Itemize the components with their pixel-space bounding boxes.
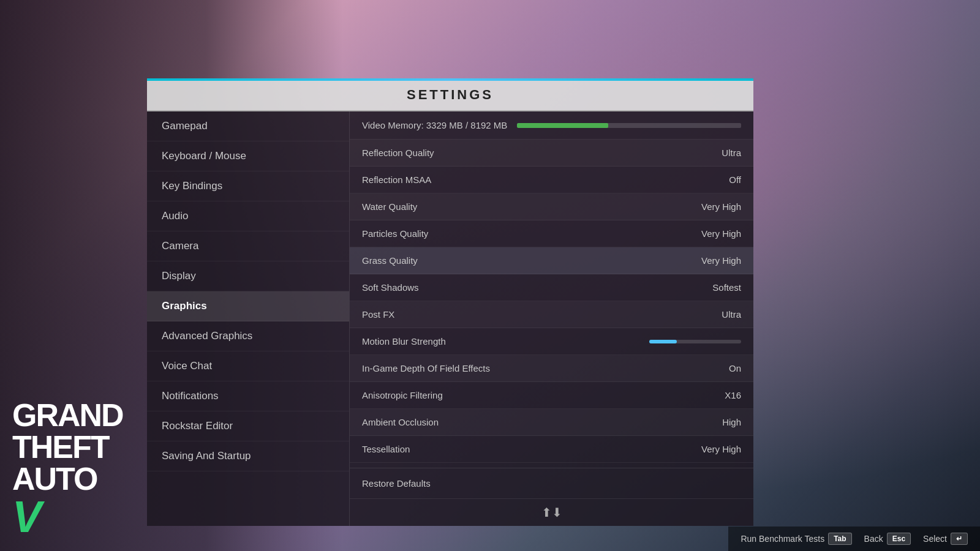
settings-panel: SETTINGS GamepadKeyboard / MouseKey Bind… bbox=[147, 80, 753, 526]
nav-item-key-bindings[interactable]: Key Bindings bbox=[147, 171, 349, 201]
nav-item-saving-and-startup[interactable]: Saving And Startup bbox=[147, 441, 349, 471]
select-key: ↵ bbox=[951, 533, 968, 545]
nav-item-gamepad[interactable]: Gamepad bbox=[147, 111, 349, 141]
setting-name-2: Water Quality bbox=[362, 201, 417, 212]
back-action[interactable]: Back Esc bbox=[864, 533, 911, 545]
nav-item-display[interactable]: Display bbox=[147, 261, 349, 291]
setting-value-6: Ultra bbox=[680, 309, 741, 320]
memory-bar-container bbox=[517, 123, 741, 128]
slider-fill-7 bbox=[649, 340, 677, 343]
setting-value-0: Ultra bbox=[680, 148, 741, 158]
memory-bar-fill bbox=[517, 123, 608, 128]
top-accent-line bbox=[147, 78, 753, 81]
setting-value-10: High bbox=[680, 417, 741, 427]
nav-item-notifications[interactable]: Notifications bbox=[147, 381, 349, 411]
video-memory-row: Video Memory: 3329 MB / 8192 MB bbox=[350, 111, 753, 140]
back-label: Back bbox=[864, 534, 883, 544]
scroll-down-icon[interactable]: ⬇ bbox=[552, 505, 562, 520]
logo-theft: theft bbox=[12, 431, 123, 463]
setting-row-7[interactable]: Motion Blur Strength bbox=[350, 328, 753, 355]
settings-nav: GamepadKeyboard / MouseKey BindingsAudio… bbox=[147, 111, 349, 526]
setting-value-2: Very High bbox=[680, 201, 741, 212]
setting-name-5: Soft Shadows bbox=[362, 282, 419, 293]
nav-item-graphics[interactable]: Graphics bbox=[147, 291, 349, 321]
setting-row-6[interactable]: Post FXUltra bbox=[350, 301, 753, 328]
setting-value-9: X16 bbox=[680, 390, 741, 400]
nav-item-advanced-graphics[interactable]: Advanced Graphics bbox=[147, 321, 349, 351]
logo-grand: grand bbox=[12, 399, 123, 431]
settings-content: Video Memory: 3329 MB / 8192 MB Reflecti… bbox=[349, 111, 753, 526]
setting-value-5: Softest bbox=[680, 282, 741, 293]
setting-name-3: Particles Quality bbox=[362, 228, 428, 239]
setting-name-10: Ambient Occlusion bbox=[362, 417, 439, 427]
setting-name-0: Reflection Quality bbox=[362, 148, 434, 158]
settings-body: GamepadKeyboard / MouseKey BindingsAudio… bbox=[147, 111, 753, 526]
select-label: Select bbox=[923, 534, 947, 544]
setting-row-5[interactable]: Soft ShadowsSoftest bbox=[350, 274, 753, 301]
run-benchmark-action[interactable]: Run Benchmark Tests Tab bbox=[741, 533, 851, 545]
setting-row-10[interactable]: Ambient OcclusionHigh bbox=[350, 409, 753, 436]
setting-row-9[interactable]: Anisotropic FilteringX16 bbox=[350, 382, 753, 409]
setting-value-3: Very High bbox=[680, 228, 741, 239]
slider-track-7 bbox=[649, 340, 741, 343]
setting-row-2[interactable]: Water QualityVery High bbox=[350, 193, 753, 220]
scroll-indicator: ⬆ ⬇ bbox=[350, 498, 753, 526]
settings-rows: Reflection QualityUltraReflection MSAAOf… bbox=[350, 140, 753, 463]
restore-defaults-button[interactable]: Restore Defaults bbox=[350, 468, 753, 498]
setting-name-9: Anisotropic Filtering bbox=[362, 390, 443, 400]
nav-item-voice-chat[interactable]: Voice Chat bbox=[147, 351, 349, 381]
select-action[interactable]: Select ↵ bbox=[923, 533, 968, 545]
setting-row-8[interactable]: In-Game Depth Of Field EffectsOn bbox=[350, 355, 753, 382]
setting-row-4[interactable]: Grass QualityVery High bbox=[350, 247, 753, 274]
setting-name-11: Tessellation bbox=[362, 444, 410, 454]
scroll-up-icon[interactable]: ⬆ bbox=[541, 505, 552, 520]
setting-value-11: Very High bbox=[680, 444, 741, 454]
run-benchmark-key: Tab bbox=[828, 533, 851, 545]
nav-item-camera[interactable]: Camera bbox=[147, 231, 349, 261]
setting-row-1[interactable]: Reflection MSAAOff bbox=[350, 167, 753, 193]
nav-item-rockstar-editor[interactable]: Rockstar Editor bbox=[147, 411, 349, 441]
run-benchmark-label: Run Benchmark Tests bbox=[741, 534, 824, 544]
setting-row-3[interactable]: Particles QualityVery High bbox=[350, 220, 753, 247]
setting-name-4: Grass Quality bbox=[362, 255, 418, 266]
back-key: Esc bbox=[887, 533, 911, 545]
setting-row-0[interactable]: Reflection QualityUltra bbox=[350, 140, 753, 167]
setting-name-6: Post FX bbox=[362, 309, 394, 320]
bottom-bar: Run Benchmark Tests Tab Back Esc Select … bbox=[728, 527, 980, 551]
setting-value-4: Very High bbox=[680, 255, 741, 266]
logo-five: V bbox=[12, 495, 123, 539]
setting-value-1: Off bbox=[680, 174, 741, 185]
gta-logo: grand theft auto V bbox=[12, 399, 123, 539]
setting-name-8: In-Game Depth Of Field Effects bbox=[362, 363, 490, 373]
setting-name-1: Reflection MSAA bbox=[362, 174, 431, 185]
video-memory-label: Video Memory: 3329 MB / 8192 MB bbox=[362, 120, 507, 130]
nav-item-audio[interactable]: Audio bbox=[147, 201, 349, 231]
setting-name-7: Motion Blur Strength bbox=[362, 336, 446, 347]
nav-item-keyboard-mouse[interactable]: Keyboard / Mouse bbox=[147, 141, 349, 171]
setting-value-8: On bbox=[680, 363, 741, 373]
logo-auto: auto bbox=[12, 463, 123, 495]
settings-title: SETTINGS bbox=[147, 80, 753, 111]
setting-row-11[interactable]: TessellationVery High bbox=[350, 436, 753, 463]
slider-container-7[interactable] bbox=[619, 340, 741, 343]
